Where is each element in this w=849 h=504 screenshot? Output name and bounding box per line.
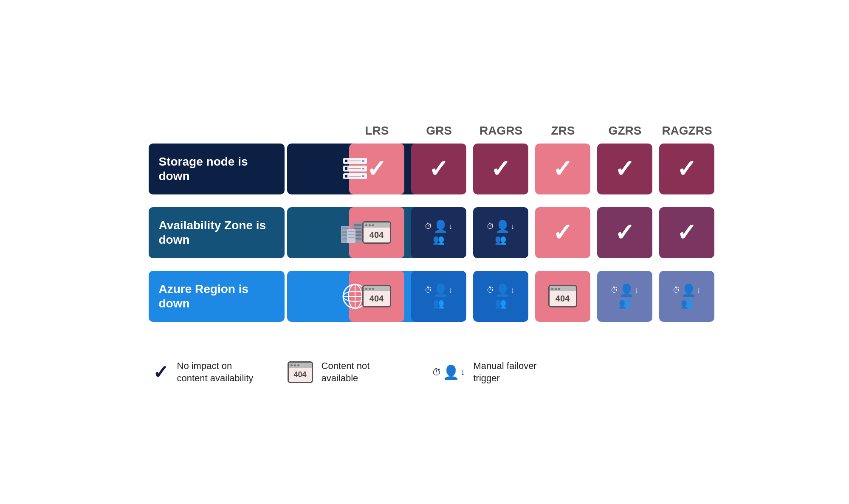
person-icon: 👤 — [681, 283, 696, 297]
row1-icon-cell — [285, 142, 345, 196]
row1-ragrs-cell: ✓ — [471, 142, 531, 196]
legend-browser-404-icon: 404 — [288, 361, 313, 383]
row3-zrs-cell: 404 — [533, 269, 593, 324]
check-cell: ✓ — [535, 144, 590, 194]
manual-failover-icon: ⏱ 👤 ↓ 👥 — [425, 220, 453, 245]
legend-mf-icon: ⏱ 👤 ↓ — [432, 364, 465, 380]
check-cell: ✓ — [411, 144, 466, 194]
svg-rect-2 — [349, 160, 361, 161]
row2-label-cell: Availability Zone is down — [147, 206, 283, 260]
person-group-icon: 👥 — [433, 234, 444, 245]
check-cell: ✓ — [473, 144, 528, 194]
manual-failover-icon: ⏱ 👤 ↓ 👥 — [611, 283, 639, 309]
table-row: Availability Zone is down — [147, 206, 717, 260]
check-cell: ✓ — [535, 207, 590, 258]
clock-icon: ⏱ — [487, 222, 494, 231]
svg-rect-19 — [354, 228, 361, 229]
check-icon: ✓ — [677, 219, 697, 246]
table-row: Storage node is down — [147, 142, 717, 196]
row2-label-text: Availability Zone is down — [159, 218, 274, 247]
legend-item-no-impact: ✓ No impact on content availability — [153, 360, 262, 384]
legend-no-impact-label: No impact on content availability — [177, 360, 262, 384]
person-group-icon: 👥 — [495, 234, 506, 245]
row3-label-cell: Azure Region is down — [147, 269, 283, 324]
clock-icon: ⏱ — [487, 286, 494, 295]
row3-label-text: Azure Region is down — [159, 282, 274, 310]
svg-rect-26 — [348, 237, 355, 238]
arrow-down-icon: ↓ — [449, 222, 453, 231]
row3-label: Azure Region is down — [149, 271, 285, 322]
person-group-icon: 👥 — [619, 298, 630, 309]
arrow-down-icon: ↓ — [511, 286, 515, 295]
row2-icon-cell — [285, 206, 345, 260]
empty-header — [147, 122, 283, 139]
browser-404-icon: 404 — [362, 285, 391, 307]
clock-icon: ⏱ — [425, 222, 432, 231]
check-icon: ✓ — [553, 155, 573, 183]
person-group-icon: 👥 — [433, 298, 444, 309]
svg-rect-6 — [349, 168, 361, 169]
check-cell: ✓ — [659, 144, 714, 194]
row1-zrs-cell: ✓ — [533, 142, 593, 196]
row1-ragzrs-cell: ✓ — [657, 142, 717, 196]
spacer — [147, 199, 717, 203]
mf-cell: ⏱ 👤 ↓ 👥 — [597, 271, 652, 322]
check-icon: ✓ — [677, 155, 697, 183]
arrow-down-icon: ↓ — [511, 222, 515, 231]
legend: ✓ No impact on content availability 404 … — [144, 352, 705, 384]
person-group-icon: 👥 — [681, 298, 692, 309]
svg-rect-3 — [362, 160, 364, 162]
svg-rect-5 — [345, 167, 347, 170]
col-header-grs: GRS — [409, 122, 469, 139]
server-icon — [341, 155, 369, 183]
check-cell: ✓ — [597, 207, 652, 258]
row1-gzrs-cell: ✓ — [595, 142, 655, 196]
row1-grs-cell: ✓ — [409, 142, 469, 196]
spacer — [147, 262, 717, 267]
clock-icon: ⏱ — [611, 286, 618, 295]
person-group-icon: 👥 — [495, 298, 506, 309]
check-cell: ✓ — [659, 207, 714, 258]
svg-rect-24 — [348, 231, 355, 232]
comparison-table: LRS GRS RAGRS ZRS GZRS RAGZRS Storage no… — [144, 120, 719, 326]
check-icon: ✓ — [553, 219, 573, 246]
clock-icon: ⏱ — [425, 286, 432, 295]
row2-ragrs-cell: ⏱ 👤 ↓ 👥 — [471, 206, 531, 260]
manual-failover-icon: ⏱ 👤 ↓ 👥 — [425, 283, 453, 309]
check-icon: ✓ — [367, 155, 386, 183]
legend-check-icon: ✓ — [153, 361, 169, 383]
col-header-lrs: LRS — [347, 122, 407, 139]
row2-zrs-cell: ✓ — [533, 206, 593, 260]
table-row: Azure Region is down — [147, 269, 717, 324]
legend-clock-icon: ⏱ — [432, 367, 441, 378]
row3-ragrs-cell: ⏱ 👤 ↓ 👥 — [471, 269, 531, 324]
row1-label: Storage node is down — [149, 144, 285, 194]
clock-icon: ⏱ — [673, 286, 680, 295]
check-icon: ✓ — [615, 155, 635, 183]
person-icon: 👤 — [433, 283, 448, 297]
svg-rect-11 — [362, 175, 364, 177]
legend-item-mf: ⏱ 👤 ↓ Manual failover trigger — [432, 360, 558, 384]
legend-mf-label: Manual failover trigger — [474, 360, 558, 384]
check-cell: ✓ — [597, 144, 652, 194]
col-header-zrs: ZRS — [533, 122, 593, 139]
browser-404-icon: 404 — [548, 285, 577, 307]
check-icon: ✓ — [429, 155, 448, 183]
mf-cell: ⏱ 👤 ↓ 👥 — [473, 271, 528, 322]
row2-label: Availability Zone is down — [149, 207, 285, 258]
legend-arrow-down-icon: ↓ — [461, 367, 465, 377]
check-icon: ✓ — [615, 219, 635, 246]
person-icon: 👤 — [495, 283, 510, 297]
manual-failover-icon: ⏱ 👤 ↓ 👥 — [487, 220, 515, 245]
arrow-down-icon: ↓ — [449, 286, 453, 295]
mf-cell: ⏱ 👤 ↓ 👥 — [473, 207, 528, 258]
row1-label-text: Storage node is down — [159, 155, 274, 183]
svg-rect-13 — [342, 228, 350, 229]
col-header-ragrs: RAGRS — [471, 122, 531, 139]
legend-404-label: Content not available — [322, 360, 406, 384]
legend-person-icon: 👤 — [443, 364, 460, 380]
mf-cell: ⏱ 👤 ↓ 👥 — [659, 271, 714, 322]
person-icon: 👤 — [495, 220, 510, 234]
row3-icon-cell — [285, 269, 345, 324]
check-icon: ✓ — [491, 155, 511, 183]
